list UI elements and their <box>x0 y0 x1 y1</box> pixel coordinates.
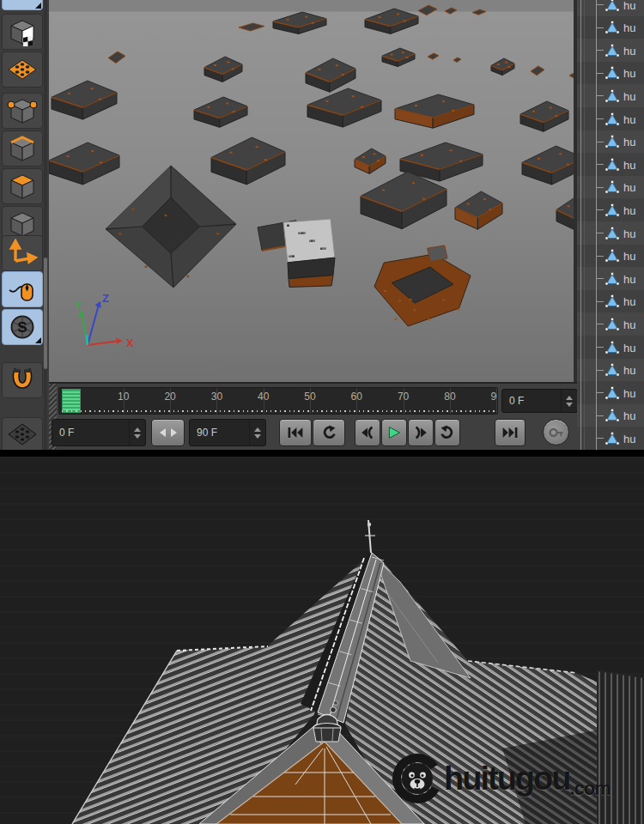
workplane-mode-button[interactable] <box>2 52 43 88</box>
viewport-model[interactable] <box>455 191 502 229</box>
viewport-model[interactable] <box>445 8 457 14</box>
polygon-object-icon <box>605 294 620 309</box>
polygons-mode-button[interactable] <box>2 168 43 204</box>
start-frame-stepper[interactable] <box>129 420 141 445</box>
object-list-item[interactable]: hu <box>577 427 644 450</box>
object-list-item[interactable]: hu <box>577 130 644 154</box>
ruler-tick-label: 90 <box>491 391 498 403</box>
object-list-item[interactable]: hu <box>577 381 644 404</box>
magnet-tool-button[interactable] <box>2 362 43 398</box>
viewport-model[interactable] <box>374 245 471 326</box>
end-frame-stepper[interactable] <box>249 420 261 445</box>
viewport-model[interactable] <box>273 12 326 33</box>
viewport-model[interactable] <box>453 58 461 62</box>
polygon-object-icon <box>605 21 620 35</box>
viewport-model[interactable] <box>361 172 447 229</box>
3d-viewport[interactable]: XYZ <box>49 0 574 382</box>
viewport-model[interactable] <box>211 137 285 185</box>
next-frame-button[interactable] <box>434 419 460 446</box>
object-name-label: hu <box>623 386 635 399</box>
toolbar-scrollbar-track[interactable] <box>44 0 47 450</box>
quantize-grid-button[interactable] <box>2 417 43 453</box>
viewport-model[interactable] <box>52 81 117 119</box>
object-list-item[interactable]: hu <box>577 62 644 85</box>
magnet-tool-icon <box>7 366 38 395</box>
viewport-model[interactable] <box>382 48 415 67</box>
axis-mode-button[interactable] <box>2 235 43 271</box>
ruler-tick-label: 60 <box>351 391 362 403</box>
object-name-label: hu <box>623 136 635 148</box>
texture-mode-button[interactable] <box>2 14 43 50</box>
goto-start-button[interactable] <box>279 419 312 446</box>
mouse-tool-icon <box>7 275 38 304</box>
hierarchy-stub-line <box>596 95 604 96</box>
toolbar-scrollbar-thumb[interactable] <box>44 258 47 369</box>
object-list-item[interactable]: hu <box>577 198 644 221</box>
current-frame-stepper[interactable] <box>561 390 573 412</box>
object-list-item[interactable]: hu <box>577 312 644 336</box>
current-frame-field[interactable]: 0 F <box>501 389 578 413</box>
object-list-item[interactable]: hu <box>577 16 644 39</box>
viewport-model[interactable] <box>239 23 264 31</box>
viewport-model[interactable] <box>194 97 247 127</box>
object-list-item[interactable]: hu <box>577 0 644 16</box>
viewport-model[interactable] <box>204 57 242 82</box>
next-key-button[interactable] <box>408 419 434 446</box>
viewport-model[interactable] <box>306 58 355 92</box>
viewport-model[interactable] <box>258 219 335 288</box>
polygon-object-icon <box>605 157 620 172</box>
watermark-dog-logo-icon <box>391 752 444 805</box>
end-frame-field[interactable]: 90 F <box>189 419 266 446</box>
object-list-item[interactable]: hu <box>577 153 644 176</box>
prev-frame-button[interactable] <box>313 419 345 446</box>
section-divider <box>0 450 644 457</box>
snap-settings-button[interactable]: S <box>2 309 43 345</box>
mouse-tool-button[interactable] <box>2 271 43 307</box>
viewport-model[interactable] <box>106 166 236 288</box>
object-list-item[interactable]: hu <box>577 245 644 268</box>
start-frame-field[interactable]: 0 F <box>52 419 146 446</box>
viewport-model[interactable] <box>520 101 568 131</box>
object-list-item[interactable]: hu <box>577 84 644 107</box>
viewport-model[interactable] <box>491 58 514 76</box>
viewport-model[interactable] <box>522 146 574 185</box>
ruler-tick-label: 10 <box>118 391 129 403</box>
frame-step-buttons[interactable] <box>151 419 185 446</box>
viewport-model[interactable] <box>531 66 544 76</box>
edges-mode-button[interactable] <box>2 130 43 167</box>
viewport-model[interactable] <box>307 88 381 127</box>
object-list-item[interactable]: hu <box>577 404 644 427</box>
prev-key-button[interactable] <box>355 419 380 446</box>
polygon-object-icon <box>605 271 620 286</box>
make-editable-icon <box>7 0 38 7</box>
viewport-model[interactable] <box>395 94 474 128</box>
polygon-object-icon <box>605 88 620 103</box>
object-list-item[interactable]: hu <box>577 107 644 130</box>
object-list-item[interactable]: hu <box>577 176 644 199</box>
object-list-item[interactable]: hu <box>577 290 644 313</box>
viewport-model[interactable] <box>365 9 418 33</box>
object-manager-panel[interactable]: hu hu hu hu hu hu hu hu hu <box>577 0 644 450</box>
viewport-model[interactable] <box>428 53 439 59</box>
timeline-ruler[interactable]: 0102030405060708090 <box>58 387 498 415</box>
axis-mode-icon <box>7 239 38 268</box>
object-list-item[interactable]: hu <box>577 359 644 382</box>
timeline-playhead[interactable] <box>62 389 81 413</box>
set-key-button[interactable] <box>543 419 569 445</box>
viewport-model[interactable] <box>472 9 486 15</box>
object-list-item[interactable]: hu <box>577 221 644 245</box>
make-editable-button[interactable] <box>2 0 43 10</box>
viewport-model[interactable] <box>108 52 125 64</box>
object-list-item[interactable]: hu <box>577 267 644 290</box>
viewport-model[interactable] <box>556 194 574 231</box>
viewport-model[interactable] <box>418 5 437 15</box>
viewport-model[interactable] <box>355 148 386 173</box>
object-name-label: hu <box>623 21 635 34</box>
polygon-object-icon <box>605 226 620 240</box>
viewport-model[interactable] <box>49 142 119 185</box>
object-list-item[interactable]: hu <box>577 39 644 62</box>
play-button[interactable] <box>381 419 407 446</box>
object-list-item[interactable]: hu <box>577 336 644 359</box>
points-mode-button[interactable] <box>2 93 43 129</box>
goto-end-button[interactable] <box>495 419 526 446</box>
